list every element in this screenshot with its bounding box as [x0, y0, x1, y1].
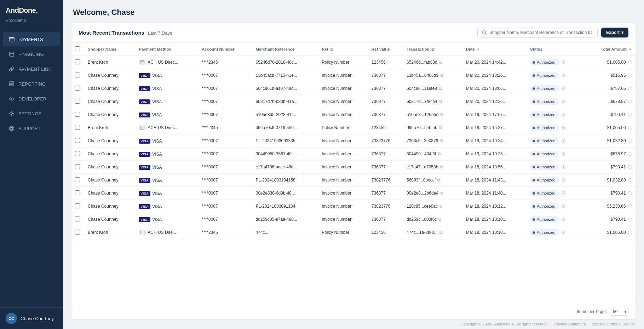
row-checkbox[interactable] — [75, 203, 80, 208]
row-checkbox[interactable] — [75, 217, 80, 221]
date-cell: Mar 18, 2024 10:12... — [462, 200, 527, 213]
sidebar-item-reporting[interactable]: REPORTING — [3, 77, 60, 91]
payment-method-badge: VISA VISA — [139, 152, 162, 157]
row-checkbox[interactable] — [75, 138, 80, 143]
status-dot — [533, 74, 535, 77]
amount-info-icon[interactable]: ⓘ — [628, 178, 632, 182]
amount-info-icon[interactable]: ⓘ — [628, 112, 632, 117]
user-profile[interactable]: CC Chase Courtney — [0, 307, 63, 329]
copy-icon[interactable]: ⧉ — [440, 164, 443, 169]
export-button[interactable]: Export ▾ — [601, 28, 628, 37]
sidebar-item-support[interactable]: SUPPORT — [3, 121, 60, 135]
amount-info-icon[interactable]: ⓘ — [628, 126, 632, 130]
info-icon[interactable]: ⓘ — [562, 165, 565, 169]
amount-info-icon[interactable]: ⓘ — [628, 60, 632, 64]
info-icon[interactable]: ⓘ — [562, 126, 565, 130]
row-checkbox[interactable] — [75, 190, 80, 195]
table-row: Chase Courtney VISA VISA ****0007 dd259c… — [71, 213, 636, 226]
user-name: Chase Courtney — [21, 316, 54, 321]
status-dot — [533, 100, 535, 103]
row-checkbox[interactable] — [75, 112, 80, 117]
amount-info-icon[interactable]: ⓘ — [628, 73, 632, 77]
amount-info-icon[interactable]: ⓘ — [628, 230, 632, 235]
copy-icon[interactable]: ⧉ — [440, 112, 443, 117]
amount-info-icon[interactable]: ⓘ — [628, 217, 632, 221]
shopper-name-cell: Chase Courtney — [84, 82, 135, 95]
status-dot — [533, 192, 535, 195]
row-checkbox[interactable] — [75, 164, 80, 169]
amount-cell: $5,230.66 ⓘ — [584, 200, 636, 213]
select-all-checkbox[interactable] — [75, 46, 80, 51]
sidebar-item-payment-link[interactable]: PAYMENT LINK — [3, 62, 60, 76]
table-header-row: Shopper Name Payment Method Account Numb… — [71, 43, 636, 56]
copy-icon[interactable]: ⧉ — [439, 230, 442, 235]
terms-link[interactable]: Website Terms of Service — [592, 322, 636, 326]
transaction-id-cell: 00e2e8...2b6da4 ⧉ — [403, 187, 462, 200]
col-total-amount[interactable]: Total Amount ▼ — [584, 43, 636, 56]
copy-icon[interactable]: ⧉ — [439, 125, 442, 130]
transaction-id-cell: 474c...1a-3b-0... ⧉ — [403, 226, 462, 239]
status-dot — [533, 140, 535, 142]
info-icon[interactable]: ⓘ — [562, 139, 565, 143]
status-cell: Authorized ⓘ — [527, 200, 584, 213]
row-checkbox[interactable] — [75, 59, 80, 64]
svg-rect-22 — [140, 126, 144, 129]
copy-icon[interactable]: ⧉ — [437, 178, 441, 183]
amount-info-icon[interactable]: ⓘ — [628, 152, 632, 156]
copy-icon[interactable]: ⧉ — [438, 217, 442, 222]
items-per-page-select[interactable]: 10 25 50 100 — [610, 308, 628, 316]
info-icon[interactable]: ⓘ — [562, 191, 565, 195]
copy-icon[interactable]: ⧉ — [439, 86, 442, 91]
info-icon[interactable]: ⓘ — [562, 230, 565, 235]
amount-cell: $790.41 ⓘ — [584, 161, 636, 174]
info-icon[interactable]: ⓘ — [562, 204, 565, 208]
amount-info-icon[interactable]: ⓘ — [628, 165, 632, 169]
copy-icon[interactable]: ⧉ — [440, 138, 443, 143]
privacy-link[interactable]: Privacy Statement — [554, 322, 586, 326]
copy-icon[interactable]: ⧉ — [439, 99, 442, 104]
amount-info-icon[interactable]: ⓘ — [628, 191, 632, 195]
amount-info-icon[interactable]: ⓘ — [628, 139, 632, 143]
sidebar-item-payments[interactable]: PAYMENTS — [3, 32, 60, 46]
copy-icon[interactable]: ⧉ — [439, 204, 443, 209]
ach-badge — [139, 60, 146, 65]
row-checkbox[interactable] — [75, 151, 80, 156]
sidebar-item-financing[interactable]: FINANCING — [3, 47, 60, 61]
date-cell: Mar 20, 2024 14:42... — [462, 56, 527, 69]
info-icon[interactable]: ⓘ — [562, 217, 565, 221]
sidebar-item-developer[interactable]: DEVELOPER — [3, 92, 60, 106]
col-date[interactable]: Date ▼ — [462, 43, 527, 56]
merchant-ref-cell: c17a4706-aace-48d... — [252, 161, 318, 174]
copy-icon[interactable]: ⧉ — [439, 60, 442, 65]
amount-info-icon[interactable]: ⓘ — [628, 204, 632, 208]
info-icon[interactable]: ⓘ — [562, 60, 565, 64]
row-checkbox[interactable] — [75, 230, 80, 235]
info-icon[interactable]: ⓘ — [562, 86, 565, 91]
pm-label: VISA — [152, 152, 162, 157]
info-icon[interactable]: ⓘ — [562, 73, 565, 77]
row-checkbox[interactable] — [75, 177, 80, 182]
date-cell: Mar 19, 2024 10:34... — [462, 134, 527, 148]
row-checkbox[interactable] — [75, 125, 80, 130]
status-text: Authorized — [537, 230, 556, 235]
search-input[interactable] — [489, 30, 593, 35]
copy-icon[interactable]: ⧉ — [440, 73, 443, 78]
merchant-ref-cell: d96a70c6-0716-45b... — [252, 121, 318, 134]
status-badge: Authorized — [530, 151, 559, 157]
ref-id-cell: Policy Number — [318, 56, 368, 69]
info-icon[interactable]: ⓘ — [562, 112, 565, 117]
copy-icon[interactable]: ⧉ — [438, 151, 441, 156]
payment-method-badge: VISA VISA — [139, 178, 162, 183]
date-cell: Mar 19, 2024 15:37... — [462, 121, 527, 134]
row-checkbox[interactable] — [75, 86, 80, 91]
copy-icon[interactable]: ⧉ — [440, 191, 443, 196]
info-icon[interactable]: ⓘ — [562, 99, 565, 104]
info-icon[interactable]: ⓘ — [562, 178, 565, 182]
amount-info-icon[interactable]: ⓘ — [628, 99, 632, 104]
amount-info-icon[interactable]: ⓘ — [628, 86, 632, 91]
row-checkbox[interactable] — [75, 99, 80, 104]
row-checkbox[interactable] — [75, 73, 80, 77]
info-icon[interactable]: ⓘ — [562, 152, 565, 156]
amount-sort-icon: ▼ — [628, 47, 632, 51]
sidebar-item-settings[interactable]: SETTINGS — [3, 106, 60, 121]
